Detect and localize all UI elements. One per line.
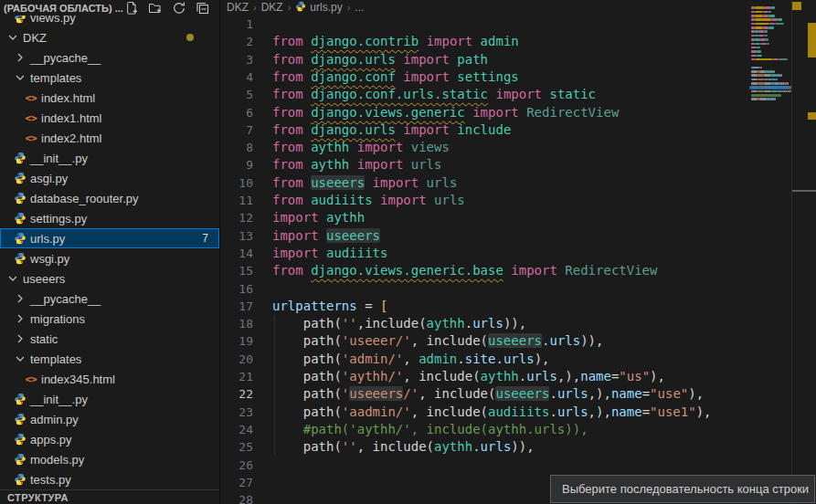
- breadcrumb-item[interactable]: DKZ: [227, 1, 249, 14]
- tree-item-index1.html[interactable]: <>index1.html: [0, 108, 219, 128]
- overview-ruler-divider: [792, 190, 816, 192]
- code-line-17[interactable]: 17urlpatterns = [: [220, 298, 816, 315]
- minimap-token: [771, 82, 775, 85]
- minimap-token: [751, 79, 758, 81]
- code-line-10[interactable]: 10from useeers import urls: [220, 174, 816, 192]
- line-number: 21: [220, 368, 253, 385]
- tree-item-__init__.py[interactable]: __init__.py: [0, 389, 219, 409]
- line-number: 4: [220, 68, 253, 86]
- tree-item-static[interactable]: static: [0, 329, 219, 349]
- tree-item-settings.py[interactable]: settings.py: [0, 208, 219, 228]
- tree-item-__init__.py[interactable]: __init__.py: [0, 148, 219, 168]
- code-line-26[interactable]: 26: [220, 457, 816, 474]
- new-file-icon[interactable]: [124, 1, 139, 16]
- html-file-icon: <>: [24, 131, 38, 145]
- minimap-token: [764, 82, 771, 85]
- new-folder-icon[interactable]: [148, 1, 163, 16]
- minimap-token: [755, 58, 773, 61]
- code-line-9[interactable]: 9from aythh import urls: [220, 156, 816, 173]
- code-line-2[interactable]: 2from django.contrib import admin: [220, 33, 816, 50]
- code-line-25[interactable]: 25 path('', include(aythh.urls)),: [220, 438, 816, 456]
- code-line-11[interactable]: 11from audiiits import urls: [220, 192, 816, 209]
- line-number: 27: [220, 474, 253, 491]
- minimap-token: [771, 90, 777, 93]
- explorer-section-header[interactable]: (РАБОЧАЯ ОБЛАСТЬ) ...: [0, 0, 219, 16]
- tree-item-wsgi.py[interactable]: wsgi.py: [0, 248, 219, 268]
- tree-item-admin.py[interactable]: admin.py: [0, 409, 219, 429]
- tree-item-DKZ[interactable]: DKZ: [0, 27, 219, 47]
- code-line-3[interactable]: 3from django.urls import path: [220, 51, 816, 68]
- code-line-4[interactable]: 4from django.conf import settings: [220, 68, 816, 86]
- code-line-13[interactable]: 13import useeers: [220, 227, 816, 245]
- line-number: 25: [220, 438, 253, 456]
- tree-item-index2.html[interactable]: <>index2.html: [0, 128, 219, 148]
- tree-item-useeers[interactable]: useeers: [0, 268, 219, 289]
- code-line-20[interactable]: 20 path('admin/', admin.site.urls),: [220, 351, 816, 368]
- breadcrumb: DKZ›DKZ›urls.py›...: [220, 0, 364, 15]
- outline-section-header[interactable]: СТРУКТУРА: [0, 489, 219, 504]
- line-content: path('useeers/', include(useeers.urls,),…: [253, 385, 704, 403]
- code-line-6[interactable]: 6from django.views.generic import Redire…: [220, 104, 816, 121]
- minimap-token: [751, 94, 781, 97]
- breadcrumb-item[interactable]: urls.py: [295, 1, 342, 15]
- code-line-16[interactable]: 16: [220, 280, 816, 298]
- minimap-token: [759, 70, 766, 73]
- line-content: from django.contrib import admin: [253, 33, 519, 50]
- line-content: from django.views.generic import Redirec…: [253, 104, 619, 121]
- line-number: 24: [220, 421, 253, 438]
- tree-item-urls.py[interactable]: urls.py7: [0, 228, 219, 248]
- tree-item-asgi.py[interactable]: asgi.py: [0, 168, 219, 188]
- line-number: 16: [220, 280, 253, 298]
- minimap[interactable]: [749, 2, 791, 124]
- minimap-token: [755, 38, 760, 41]
- minimap-token: [751, 98, 758, 100]
- minimap-token: [771, 18, 777, 21]
- code-line-21[interactable]: 21 path('aythh/', include(aythh.urls,),n…: [220, 368, 816, 385]
- refresh-icon[interactable]: [172, 1, 186, 16]
- code-line-14[interactable]: 14import audiiits: [220, 245, 816, 262]
- line-number: 23: [220, 404, 253, 421]
- tree-item-apps.py[interactable]: apps.py: [0, 429, 219, 449]
- tree-item-label: __init__.py: [30, 393, 88, 406]
- line-number: 22: [220, 385, 253, 403]
- breadcrumb-item[interactable]: DKZ: [261, 1, 283, 14]
- tree-item-templates[interactable]: templates: [0, 68, 219, 88]
- tree-item-database_roouter.py[interactable]: database_roouter.py: [0, 188, 219, 208]
- line-number: 17: [220, 298, 253, 315]
- warning-mark: [808, 112, 816, 120]
- overview-ruler[interactable]: [792, 0, 816, 504]
- code-line-22[interactable]: 22 path('useeers/', include(useeers.urls…: [220, 385, 816, 403]
- tree-item-label: index1.html: [41, 111, 101, 125]
- line-content: [253, 280, 272, 298]
- minimap-token: [755, 6, 765, 9]
- code-line-19[interactable]: 19 path('useeer/', include(useeers.urls)…: [220, 332, 816, 350]
- code-line-24[interactable]: 24 #path('aythh/', include(aythh.urls)),: [220, 421, 816, 438]
- code-line-7[interactable]: 7from django.urls import include: [220, 121, 816, 139]
- chevron-right-icon: [13, 291, 27, 306]
- code-line-1[interactable]: 1: [220, 16, 816, 33]
- code-line-8[interactable]: 8from aythh import views: [220, 139, 816, 156]
- collapse-all-icon[interactable]: [196, 1, 210, 16]
- warning-mark: [808, 23, 816, 58]
- line-number: 1: [220, 16, 253, 33]
- code-editor[interactable]: 12from django.contrib import admin3from …: [220, 0, 816, 504]
- line-content: from django.conf.urls.static import stat…: [253, 86, 596, 103]
- tree-item-__pycache__[interactable]: __pycache__: [0, 289, 219, 309]
- python-file-icon: [13, 472, 27, 487]
- tree-item-templates[interactable]: templates: [0, 349, 219, 369]
- tree-item-label: urls.py: [30, 232, 65, 246]
- tree-item-index345.html[interactable]: <>index345.html: [0, 369, 219, 389]
- code-line-23[interactable]: 23 path('aadmin/', include(audiiits.urls…: [220, 404, 816, 421]
- tree-item-index.html[interactable]: <>index.html: [0, 88, 219, 108]
- python-file-icon: [295, 1, 306, 15]
- code-line-5[interactable]: 5from django.conf.urls.static import sta…: [220, 86, 816, 103]
- code-line-12[interactable]: 12import aythh: [220, 209, 816, 226]
- breadcrumb-item[interactable]: ...: [355, 1, 364, 14]
- chevron-down-icon: [13, 70, 27, 85]
- code-line-18[interactable]: 18 path('',include(aythh.urls)),: [220, 315, 816, 332]
- tree-item-__pycache__[interactable]: __pycache__: [0, 47, 219, 68]
- tree-item-migrations[interactable]: migrations: [0, 309, 219, 329]
- tree-item-tests.py[interactable]: tests.py: [0, 469, 219, 489]
- code-line-15[interactable]: 15from django.views.generic.base import …: [220, 262, 816, 279]
- tree-item-models.py[interactable]: models.py: [0, 449, 219, 469]
